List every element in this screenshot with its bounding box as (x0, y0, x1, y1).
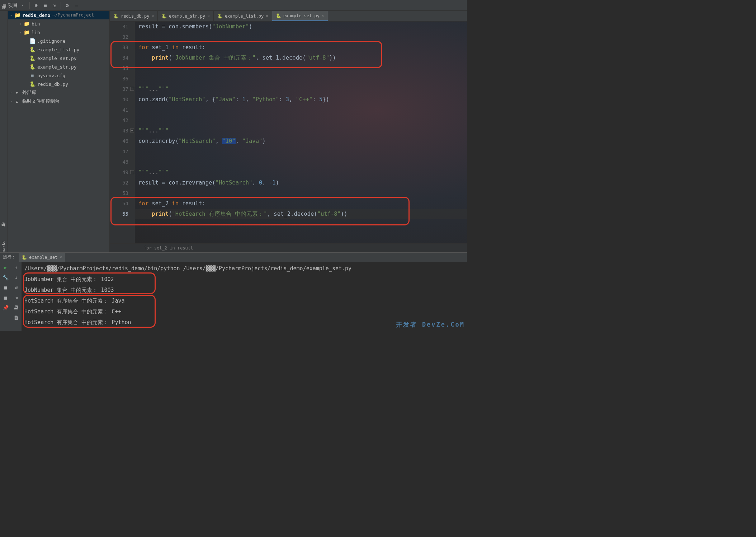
code-lines[interactable]: result = con.smembers("JobNumber")for se… (135, 22, 467, 243)
stop-button[interactable]: ■ (1, 283, 10, 292)
divider (61, 2, 61, 9)
pin-icon[interactable]: 📌 (1, 303, 10, 312)
watermark: 开发者 DevZe.CoM (396, 319, 465, 330)
code-editor[interactable]: 31323334353637+40414243+46474849+5253545… (110, 22, 467, 243)
console-output[interactable]: /Users/▓▓▓/PycharmProjects/redis_demo/bi… (22, 262, 467, 331)
folder-icon: ▤ (3, 3, 6, 8)
run-actions-2: ↑ ↓ ⏎ ⇥ 🖶 🗑 (11, 262, 22, 331)
tree-root[interactable]: ▾ 📁 redis_demo ~/PycharmProject (8, 11, 109, 19)
tree-item[interactable]: ≡pyvenv.cfg (8, 71, 109, 80)
run-panel: 运行： 🐍 example_set × ▶ 🔧 ■ ▦ 📌 ↑ ↓ ⏎ ⇥ 🖶 (0, 252, 467, 331)
run-label: 运行： (3, 254, 16, 260)
vtab-bookmarks[interactable]: marks (1, 241, 6, 252)
chevron-down-icon[interactable]: ▾ (10, 13, 14, 17)
tree-item[interactable]: 📄.gitignore (8, 37, 109, 45)
console-line: JobNumber 集合 中的元素： 1002 (24, 274, 464, 285)
collapse-icon[interactable]: — (72, 1, 81, 10)
project-label-text: 项目 (8, 2, 18, 9)
wrench-icon[interactable]: 🔧 (1, 273, 10, 282)
editor-tab[interactable]: 🐍example_set.py× (272, 11, 328, 21)
chevron-down-icon[interactable]: ▾ (20, 3, 25, 7)
project-tree-panel[interactable]: ▾ 📁 redis_demo ~/PycharmProject ›📁bin›📁l… (8, 11, 110, 252)
tree-item[interactable]: 🐍example_set.py (8, 54, 109, 62)
tree-item[interactable]: ›📁bin (8, 19, 109, 28)
arrow-down-icon[interactable]: ↓ (12, 273, 20, 282)
run-button[interactable]: ▶ (1, 263, 10, 272)
gutter[interactable]: 31323334353637+40414243+46474849+5253545… (110, 22, 135, 243)
run-tab-name: example_set (29, 255, 57, 260)
python-icon: 🐍 (22, 255, 27, 260)
close-icon[interactable]: × (266, 14, 268, 18)
top-toolbar: ▤ 项目 ▾ ⊕ ≡ ⇲ ⚙ — (0, 0, 467, 11)
project-view-label[interactable]: ▤ 项目 ▾ (0, 2, 28, 9)
trash-icon[interactable]: 🗑 (12, 313, 20, 322)
arrow-up-icon[interactable]: ↑ (12, 263, 20, 272)
layout-icon[interactable]: ▦ (1, 293, 10, 302)
breadcrumb[interactable]: for set_2 in result (110, 243, 467, 252)
tree-item[interactable]: ›📁lib (8, 28, 109, 37)
soft-wrap-icon[interactable]: ⏎ (12, 283, 20, 292)
tree-root-path: ~/PycharmProject (52, 13, 94, 18)
select-opened-icon[interactable]: ≡ (41, 1, 50, 10)
tree-item[interactable]: 🐍redis_db.py (8, 80, 109, 88)
divider (29, 2, 30, 9)
tree-root-name: redis_demo (22, 13, 50, 18)
print-icon[interactable]: 🖶 (12, 303, 20, 312)
console-cmd: /Users/▓▓▓/PycharmProjects/redis_demo/bi… (24, 263, 464, 274)
run-header: 运行： 🐍 example_set × (0, 253, 467, 262)
editor-tab[interactable]: 🐍redis_db.py× (110, 11, 158, 21)
folder-icon: 📁 (14, 12, 20, 18)
tree-item[interactable]: 🐍example_list.py (8, 45, 109, 54)
close-icon[interactable]: × (151, 14, 154, 18)
console-line: HotSearch 有序集合 中的元素： C++ (24, 306, 464, 317)
tree-item[interactable]: ›▫外部库 (8, 88, 109, 97)
settings-icon[interactable]: ⚙ (62, 1, 72, 10)
tree-item[interactable]: 🐍example_str.py (8, 62, 109, 71)
close-icon[interactable]: × (322, 13, 324, 18)
locate-icon[interactable]: ⊕ (31, 1, 41, 10)
editor-tabs: 🐍redis_db.py×🐍example_str.py×🐍example_li… (110, 11, 467, 22)
editor-tab[interactable]: 🐍example_str.py× (158, 11, 214, 21)
expand-all-icon[interactable]: ⇲ (50, 1, 59, 10)
console-line: HotSearch 有序集合 中的元素： Java (24, 295, 464, 306)
close-icon[interactable]: × (60, 255, 62, 260)
tree-item[interactable]: ›▫临时文件和控制台 (8, 97, 109, 106)
close-icon[interactable]: × (207, 14, 210, 18)
editor-area: 🐍redis_db.py×🐍example_str.py×🐍example_li… (110, 11, 467, 252)
left-tool-strip: 项目 结构 marks (0, 11, 8, 252)
console-line: JobNumber 集合 中的元素： 1003 (24, 285, 464, 295)
editor-tab[interactable]: 🐍example_list.py× (214, 11, 272, 21)
scroll-end-icon[interactable]: ⇥ (12, 293, 20, 302)
run-tab[interactable]: 🐍 example_set × (19, 253, 65, 262)
run-actions: ▶ 🔧 ■ ▦ 📌 (0, 262, 11, 331)
